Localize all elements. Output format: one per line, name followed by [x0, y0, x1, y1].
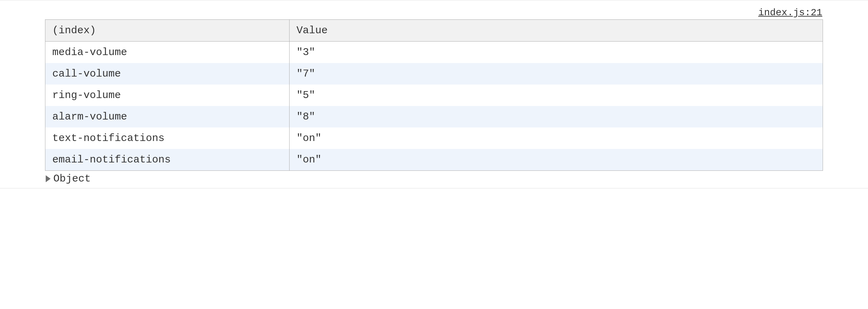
- table-row[interactable]: alarm-volume "8": [45, 106, 823, 127]
- cell-value: "8": [290, 106, 823, 127]
- object-expand-row[interactable]: Object: [45, 173, 823, 185]
- table-row[interactable]: ring-volume "5": [45, 85, 823, 106]
- cell-value: "3": [290, 42, 823, 63]
- cell-index: text-notifications: [45, 127, 290, 149]
- table-row[interactable]: media-volume "3": [45, 42, 823, 63]
- expand-triangle-icon: [46, 175, 51, 182]
- cell-index: alarm-volume: [45, 106, 290, 127]
- cell-index: ring-volume: [45, 85, 290, 106]
- table-header-row: (index) Value: [45, 20, 823, 42]
- cell-index: media-volume: [45, 42, 290, 63]
- cell-value: "7": [290, 63, 823, 85]
- cell-value: "5": [290, 85, 823, 106]
- table-row[interactable]: email-notifications "on": [45, 149, 823, 171]
- cell-index: email-notifications: [45, 149, 290, 171]
- console-output: index.js:21 (index) Value media-volume "…: [0, 7, 868, 185]
- cell-value: "on": [290, 149, 823, 171]
- header-value[interactable]: Value: [290, 20, 823, 42]
- header-index[interactable]: (index): [45, 20, 290, 42]
- source-link[interactable]: index.js:21: [45, 7, 823, 18]
- cell-value: "on": [290, 127, 823, 149]
- console-table: (index) Value media-volume "3" call-volu…: [45, 19, 823, 171]
- table-row[interactable]: call-volume "7": [45, 63, 823, 85]
- object-label: Object: [53, 173, 91, 185]
- cell-index: call-volume: [45, 63, 290, 85]
- table-row[interactable]: text-notifications "on": [45, 127, 823, 149]
